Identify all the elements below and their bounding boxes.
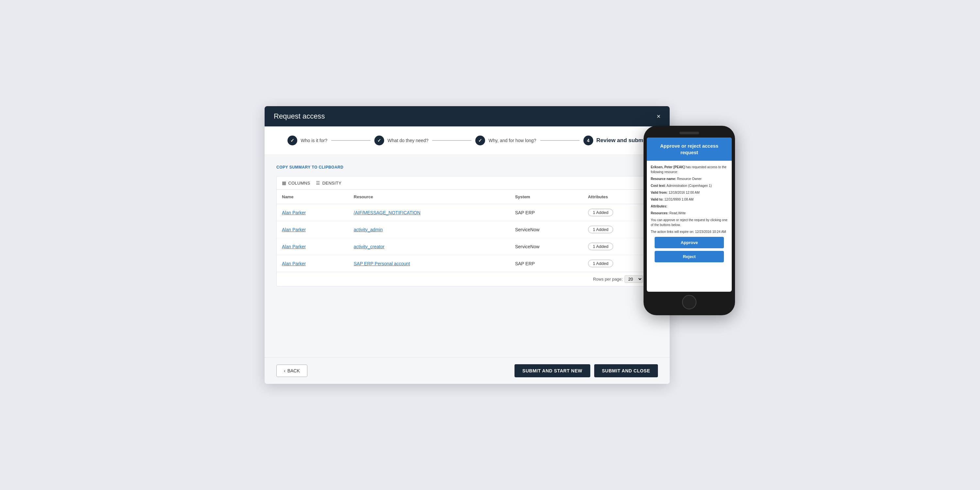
rows-per-page-control: Rows per page: 20 50 100 (593, 275, 643, 283)
name-link-4[interactable]: Alan Parker (282, 261, 306, 266)
table-header: Name Resource System Attributes (277, 190, 657, 204)
attributes-badge-1: 1 Added (588, 209, 614, 216)
checkmark-who: ✓ (290, 138, 294, 143)
step-label-review: Review and submit (597, 137, 647, 144)
col-header-system: System (510, 190, 583, 204)
step-what: ✓ What do they need? (374, 135, 428, 145)
step-label-who: Who is it for? (301, 138, 327, 143)
attributes-badge-3: 1 Added (588, 243, 614, 250)
columns-icon: ▦ (282, 180, 286, 186)
step-circle-who: ✓ (288, 135, 297, 145)
table-row: Alan Parker SAP ERP Personal account SAP… (277, 255, 657, 272)
copy-summary-button[interactable]: COPY SUMMARY TO CLIPBOARD (276, 165, 343, 170)
table-toolbar: ▦ COLUMNS ☰ DENSITY (277, 177, 657, 190)
phone-body-cost: Cost text: Administration (Copenhagen 1) (651, 183, 728, 188)
columns-button[interactable]: ▦ COLUMNS (282, 180, 310, 186)
system-cell-3: ServiceNow (510, 238, 583, 255)
phone-attributes-label: Attributes: (651, 205, 667, 208)
phone-resources-label: Resources: (651, 212, 668, 215)
stepper: ✓ Who is it for? ✓ What do they need? ✓ … (265, 126, 670, 155)
step-label-why: Why, and for how long? (488, 138, 536, 143)
phone-screen-body: Eriksen, Peter [PEAK] has requested acce… (647, 161, 732, 269)
step-line-3 (540, 140, 579, 141)
phone-screen-header: Approve or reject access request (647, 137, 732, 161)
step-who: ✓ Who is it for? (288, 135, 327, 145)
name-link-2[interactable]: Alan Parker (282, 227, 306, 232)
step-label-what: What do they need? (387, 138, 428, 143)
rows-per-page-select[interactable]: 20 50 100 (625, 275, 643, 283)
table-row: Alan Parker activity_creator ServiceNow … (277, 238, 657, 255)
back-label: BACK (288, 368, 300, 373)
step-review: 4 Review and submit (584, 135, 647, 145)
step-circle-review: 4 (584, 135, 593, 145)
modal: Request access × ✓ Who is it for? ✓ What… (265, 106, 670, 384)
system-cell-2: ServiceNow (510, 221, 583, 238)
resource-link-4[interactable]: SAP ERP Personal account (354, 261, 410, 266)
attributes-badge-2: 1 Added (588, 226, 614, 233)
phone-reject-button[interactable]: Reject (655, 251, 724, 262)
phone-mockup: Approve or reject access request Eriksen… (644, 126, 735, 315)
resource-link-2[interactable]: activity_admin (354, 227, 383, 232)
step-circle-why: ✓ (475, 135, 485, 145)
table-footer: Rows per page: 20 50 100 1-4 (277, 272, 657, 286)
checkmark-why: ✓ (478, 138, 482, 143)
checkmark-what: ✓ (377, 138, 381, 143)
attributes-badge-4: 1 Added (588, 260, 614, 267)
table-body: Alan Parker /AIF/MESSAGE_NOTIFICATION SA… (277, 204, 657, 272)
columns-label: COLUMNS (288, 181, 310, 186)
phone-valid-from-label: Valid from: (651, 191, 668, 194)
density-icon: ☰ (316, 180, 320, 186)
modal-header: Request access × (265, 106, 670, 126)
phone-expiry-label: The action links will expire on: (651, 230, 694, 234)
phone-approve-button[interactable]: Approve (655, 237, 724, 248)
phone-speaker (679, 132, 699, 134)
phone-body-valid-to: Valid to: 12/31/9999 1:08 AM (651, 197, 728, 202)
phone-body-valid-from: Valid from: 12/18/2016 12:00 AM (651, 190, 728, 195)
scene: Request access × ✓ Who is it for? ✓ What… (265, 106, 715, 384)
resource-link-1[interactable]: /AIF/MESSAGE_NOTIFICATION (354, 210, 420, 215)
system-cell-4: SAP ERP (510, 255, 583, 272)
step-circle-what: ✓ (374, 135, 384, 145)
density-button[interactable]: ☰ DENSITY (316, 180, 341, 186)
phone-body-attributes: Attributes: (651, 204, 728, 209)
phone-expiry-value: 12/23/2016 10:24 AM (695, 230, 726, 234)
phone-screen: Approve or reject access request Eriksen… (647, 137, 732, 292)
phone-cost-label: Cost text: (651, 184, 666, 188)
back-button[interactable]: ‹ BACK (276, 364, 307, 377)
resource-link-3[interactable]: activity_creator (354, 244, 385, 249)
table-row: Alan Parker activity_admin ServiceNow 1 … (277, 221, 657, 238)
modal-title: Request access (274, 112, 325, 121)
phone-body-requester: Eriksen, Peter [PEAK] has requested acce… (651, 165, 728, 175)
table-card: ▦ COLUMNS ☰ DENSITY Name Resource Sys (276, 176, 658, 286)
phone-resource-name-label: Resource name: (651, 177, 676, 181)
phone-requester-name: Eriksen, Peter [PEAK] (651, 165, 685, 169)
col-header-resource: Resource (348, 190, 510, 204)
modal-body: COPY SUMMARY TO CLIPBOARD ▦ COLUMNS ☰ DE… (265, 155, 670, 357)
submit-new-button[interactable]: SUBMIT AND START NEW (514, 364, 590, 377)
modal-close-button[interactable]: × (657, 113, 660, 119)
step-line-1 (331, 140, 371, 141)
phone-valid-to-label: Valid to: (651, 197, 663, 201)
submit-close-button[interactable]: SUBMIT AND CLOSE (594, 364, 658, 377)
col-header-name: Name (277, 190, 348, 204)
step-line-2 (432, 140, 471, 141)
footer-actions: SUBMIT AND START NEW SUBMIT AND CLOSE (514, 364, 658, 377)
name-link-3[interactable]: Alan Parker (282, 244, 306, 249)
phone-body-resources: Resources: Read,Write (651, 211, 728, 216)
system-cell-1: SAP ERP (510, 204, 583, 221)
phone-home-button[interactable] (682, 295, 697, 309)
step-number-review: 4 (587, 138, 590, 143)
phone-body-instruction: You can approve or reject the request by… (651, 218, 728, 228)
data-table: Name Resource System Attributes Alan Par… (277, 190, 657, 272)
back-chevron-icon: ‹ (284, 368, 285, 373)
density-label: DENSITY (323, 181, 341, 186)
step-why: ✓ Why, and for how long? (475, 135, 536, 145)
phone-body-expiry: The action links will expire on: 12/23/2… (651, 229, 728, 234)
modal-footer: ‹ BACK SUBMIT AND START NEW SUBMIT AND C… (265, 357, 670, 384)
phone-body-resource-name: Resource name: Resource Owner (651, 177, 728, 181)
name-link-1[interactable]: Alan Parker (282, 210, 306, 215)
table-row: Alan Parker /AIF/MESSAGE_NOTIFICATION SA… (277, 204, 657, 221)
rows-per-page-label: Rows per page: (593, 277, 623, 282)
